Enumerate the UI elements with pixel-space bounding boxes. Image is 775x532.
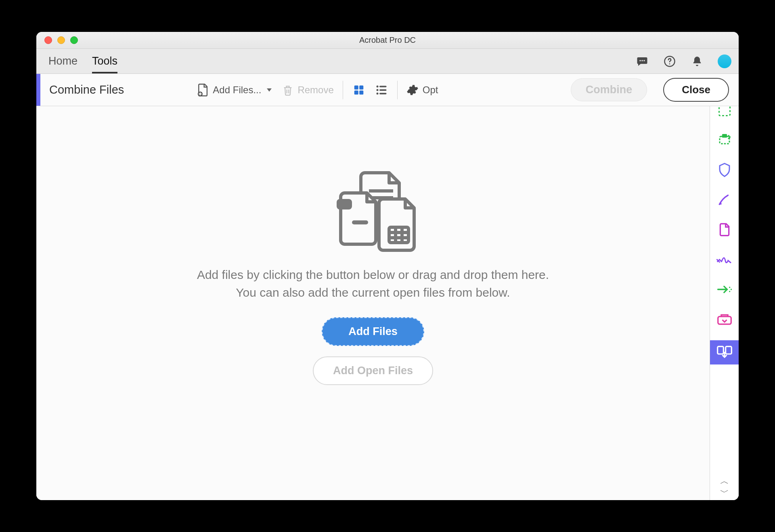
combine-button: Combine [571, 78, 647, 101]
svg-rect-32 [718, 316, 731, 324]
titlebar: Acrobat Pro DC [36, 32, 739, 49]
add-files-dropdown[interactable]: Add Files... [197, 83, 272, 97]
organize-icon[interactable] [716, 221, 733, 239]
right-tool-rail: ︿ ﹀ [710, 106, 739, 500]
svg-point-12 [376, 89, 378, 91]
close-button[interactable]: Close [663, 78, 729, 102]
remove-label: Remove [297, 84, 333, 96]
toolbar-divider [343, 81, 343, 99]
window-title: Acrobat Pro DC [36, 36, 739, 45]
svg-point-0 [639, 60, 641, 61]
toolbar-divider-2 [397, 81, 398, 99]
tab-tools[interactable]: Tools [92, 49, 117, 73]
options-label: Opt [423, 84, 438, 96]
svg-point-10 [376, 85, 378, 87]
svg-rect-7 [359, 85, 363, 89]
svg-rect-11 [379, 86, 387, 87]
svg-point-30 [730, 289, 731, 290]
help-icon[interactable] [663, 54, 677, 68]
remove-button: Remove [282, 84, 333, 96]
add-open-files-button: Add Open Files [313, 356, 433, 385]
instruction-line-2: You can also add the current open files … [197, 284, 549, 302]
list-view-icon[interactable] [375, 83, 388, 97]
window-controls [36, 36, 78, 44]
svg-rect-34 [725, 346, 731, 354]
comments-icon[interactable] [635, 54, 649, 68]
svg-rect-8 [354, 90, 358, 94]
tab-home[interactable]: Home [48, 49, 78, 73]
protect-icon[interactable] [716, 161, 733, 179]
app-window: Acrobat Pro DC Home Tools Combine Files [36, 32, 739, 500]
svg-rect-26 [719, 106, 730, 116]
files-illustration-icon [323, 163, 423, 256]
window-maximize-button[interactable] [70, 36, 78, 44]
tool-title: Combine Files [40, 83, 124, 96]
grid-view-icon[interactable] [352, 83, 366, 97]
create-pdf-icon[interactable] [716, 106, 733, 119]
combine-icon[interactable] [710, 340, 739, 364]
chevron-down-icon [267, 88, 272, 92]
stamp-icon[interactable] [716, 310, 733, 328]
drop-canvas[interactable]: Add files by clicking the button below o… [36, 106, 710, 500]
chevron-down-icon[interactable]: ﹀ [720, 488, 729, 497]
rail-scroll-controls: ︿ ﹀ [720, 477, 729, 497]
options-button[interactable]: Opt [406, 84, 438, 96]
svg-point-1 [641, 60, 643, 61]
svg-rect-33 [717, 346, 723, 354]
window-close-button[interactable] [44, 36, 52, 44]
svg-point-14 [376, 92, 378, 94]
window-minimize-button[interactable] [57, 36, 65, 44]
send-icon[interactable] [716, 281, 733, 298]
add-files-button[interactable]: Add Files [322, 317, 424, 346]
chevron-up-icon[interactable]: ︿ [720, 477, 729, 486]
edit-icon[interactable] [716, 191, 733, 209]
add-files-label: Add Files... [213, 84, 261, 96]
instruction-line-1: Add files by clicking the button below o… [197, 266, 549, 284]
svg-rect-13 [379, 89, 387, 91]
sign-icon[interactable] [716, 251, 733, 268]
instructions: Add files by clicking the button below o… [197, 266, 549, 301]
svg-point-29 [729, 287, 730, 288]
svg-point-31 [729, 291, 730, 292]
svg-rect-6 [354, 85, 358, 89]
export-pdf-icon[interactable] [716, 131, 733, 149]
tool-accent [36, 74, 40, 106]
svg-rect-19 [337, 199, 352, 209]
top-nav: Home Tools [36, 49, 739, 74]
svg-point-2 [643, 60, 645, 61]
notifications-icon[interactable] [690, 54, 704, 68]
svg-rect-15 [379, 92, 387, 94]
svg-point-4 [669, 63, 670, 65]
svg-rect-28 [722, 134, 727, 138]
user-avatar[interactable] [718, 54, 731, 68]
svg-rect-9 [359, 90, 363, 94]
main-area: Add files by clicking the button below o… [36, 106, 739, 500]
combine-toolbar: Combine Files Add Files... Remove [36, 74, 739, 106]
